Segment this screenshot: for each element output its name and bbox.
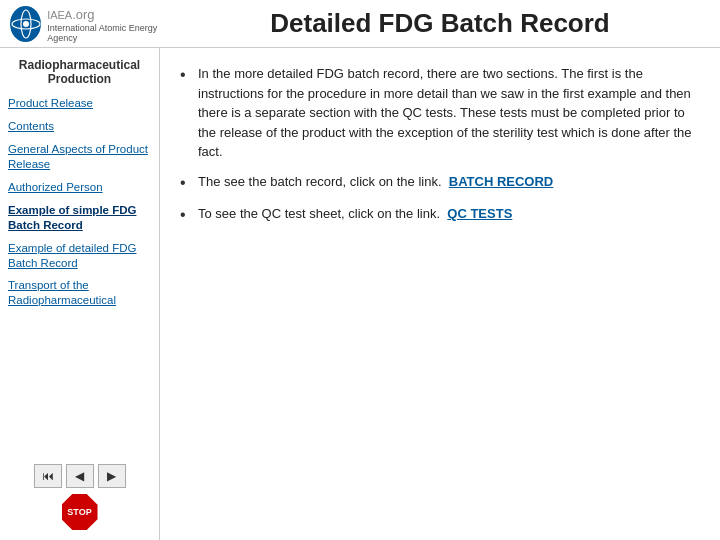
svg-point-3 bbox=[23, 21, 29, 27]
bullet2-text-before: The see the batch record, click on the l… bbox=[198, 174, 442, 189]
iaea-logo-circle bbox=[10, 6, 41, 42]
stop-button[interactable]: STOP bbox=[62, 494, 98, 530]
main-area: Radiopharmaceutical Production Product R… bbox=[0, 48, 720, 540]
page-title: Detailed FDG Batch Record bbox=[170, 8, 710, 39]
qc-tests-link[interactable]: QC TESTS bbox=[447, 206, 512, 221]
sidebar-item-example-detailed[interactable]: Example of detailed FDG Batch Record bbox=[6, 239, 153, 273]
iaea-suffix: .org bbox=[72, 7, 94, 22]
bullet-dot-3: • bbox=[180, 204, 190, 226]
bullet3-text-before: To see the QC test sheet, click on the l… bbox=[198, 206, 440, 221]
sidebar-item-example-simple[interactable]: Example of simple FDG Batch Record bbox=[6, 201, 153, 235]
logo-text: IAEA.org International Atomic Energy Age… bbox=[47, 5, 170, 43]
sidebar-item-general-aspects[interactable]: General Aspects of Product Release bbox=[6, 140, 153, 174]
bullet-item-1: • In the more detailed FDG batch record,… bbox=[180, 64, 700, 162]
sidebar-bottom: ⏮ ◀ ▶ STOP bbox=[6, 456, 153, 530]
nav-buttons: ⏮ ◀ ▶ bbox=[34, 464, 126, 488]
bullet-dot-1: • bbox=[180, 64, 190, 86]
bullet-text-2: The see the batch record, click on the l… bbox=[198, 172, 553, 192]
nav-next-button[interactable]: ▶ bbox=[98, 464, 126, 488]
iaea-full-name: International Atomic Energy Agency bbox=[47, 23, 170, 43]
bullet-dot-2: • bbox=[180, 172, 190, 194]
sidebar-item-product-release[interactable]: Product Release bbox=[6, 94, 153, 113]
sidebar-nav: Product Release Contents General Aspects… bbox=[6, 94, 153, 310]
content-area: • In the more detailed FDG batch record,… bbox=[160, 48, 720, 540]
sidebar-item-contents[interactable]: Contents bbox=[6, 117, 153, 136]
sidebar-section-title: Radiopharmaceutical Production bbox=[6, 58, 153, 86]
bullet-item-2: • The see the batch record, click on the… bbox=[180, 172, 700, 194]
sidebar-item-transport[interactable]: Transport of the Radiopharmaceutical bbox=[6, 276, 153, 310]
nav-prev-button[interactable]: ◀ bbox=[66, 464, 94, 488]
nav-first-button[interactable]: ⏮ bbox=[34, 464, 62, 488]
sidebar-item-authorized-person[interactable]: Authorized Person bbox=[6, 178, 153, 197]
logo-area: IAEA.org International Atomic Energy Age… bbox=[10, 5, 170, 43]
bullet-text-1: In the more detailed FDG batch record, t… bbox=[198, 64, 700, 162]
sidebar: Radiopharmaceutical Production Product R… bbox=[0, 48, 160, 540]
iaea-label: IAEA.org bbox=[47, 5, 170, 23]
batch-record-link[interactable]: BATCH RECORD bbox=[449, 174, 553, 189]
iaea-name: IAEA bbox=[47, 9, 72, 21]
header: IAEA.org International Atomic Energy Age… bbox=[0, 0, 720, 48]
bullet-item-3: • To see the QC test sheet, click on the… bbox=[180, 204, 700, 226]
bullet-section: • In the more detailed FDG batch record,… bbox=[180, 64, 700, 226]
bullet-text-3: To see the QC test sheet, click on the l… bbox=[198, 204, 512, 224]
